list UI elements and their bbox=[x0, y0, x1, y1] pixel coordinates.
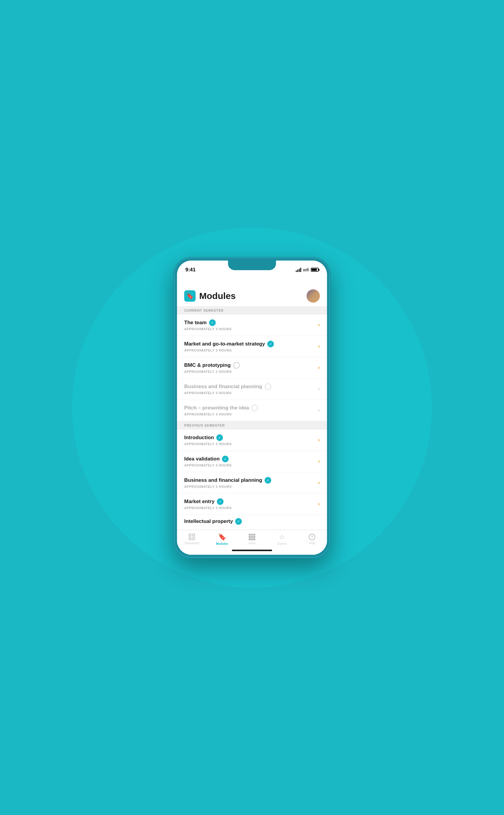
phone-inner: 9:41 wifi bbox=[177, 260, 327, 555]
chevron-right-icon: › bbox=[318, 501, 320, 507]
check-circle-icon: ✓ bbox=[222, 456, 229, 462]
module-name: BMC & prototyping bbox=[184, 362, 231, 368]
help-icon: ? bbox=[309, 534, 315, 540]
chevron-right-icon: › bbox=[318, 407, 320, 414]
news-icon bbox=[249, 534, 255, 540]
chevron-right-icon: › bbox=[318, 343, 320, 349]
bottom-nav: Dashboard 🔖 Modules bbox=[177, 530, 327, 547]
page-wrapper: 9:41 wifi bbox=[0, 0, 504, 815]
status-time: 9:41 bbox=[185, 267, 196, 273]
home-bar bbox=[232, 550, 272, 551]
nav-label-help: Help bbox=[309, 542, 315, 545]
empty-circle-icon bbox=[251, 404, 258, 411]
chevron-right-icon: › bbox=[318, 322, 320, 328]
module-name: The team bbox=[184, 320, 207, 326]
wifi-icon: wifi bbox=[303, 267, 309, 272]
module-item-pitch[interactable]: Pitch – presenting the idea APPROXIMATEL… bbox=[177, 400, 327, 421]
nav-label-events: Events bbox=[277, 542, 287, 546]
check-circle-icon: ✓ bbox=[235, 518, 242, 525]
chevron-right-icon: › bbox=[318, 480, 320, 486]
nav-item-news[interactable]: news bbox=[237, 534, 267, 545]
check-circle-icon: ✓ bbox=[216, 435, 223, 441]
module-item-idea-validation[interactable]: Idea validation ✓ APPROXIMATELY 3 HOURS … bbox=[177, 451, 327, 472]
nav-label-modules: Modules bbox=[216, 542, 228, 546]
phone-frame: 9:41 wifi bbox=[174, 257, 330, 558]
module-name: Introduction bbox=[184, 435, 214, 441]
notch-spacer bbox=[177, 275, 327, 284]
module-duration: APPROXIMATELY 3 HOURS bbox=[184, 485, 318, 489]
dashboard-icon bbox=[189, 534, 195, 540]
module-duration: APPROXIMATELY 3 HOURS bbox=[184, 464, 318, 467]
empty-circle-icon bbox=[233, 362, 240, 368]
module-name: Market entry bbox=[184, 499, 215, 505]
nav-item-modules[interactable]: 🔖 Modules bbox=[207, 533, 237, 546]
module-duration: APPROXIMATELY 3 HOURS bbox=[184, 391, 318, 395]
module-duration: APPROXIMATELY 3 HOURS bbox=[184, 506, 318, 510]
check-circle-icon: ✓ bbox=[265, 477, 271, 484]
avatar[interactable] bbox=[307, 289, 320, 302]
previous-semester-label: PREVIOUS SEMESTER bbox=[177, 421, 327, 430]
module-item-bfp-prev[interactable]: Business and financial planning ✓ APPROX… bbox=[177, 472, 327, 494]
signal-icon bbox=[296, 268, 301, 272]
module-duration: APPROXIMATELY 2 HOURS bbox=[184, 348, 318, 352]
nav-label-news: news bbox=[248, 542, 255, 545]
module-item-the-team[interactable]: The team ✓ APPROXIMATELY 3 HOURS › bbox=[177, 314, 327, 336]
module-item-bmc[interactable]: BMC & prototyping APPROXIMATELY 2 HOURS … bbox=[177, 357, 327, 378]
nav-item-dashboard[interactable]: Dashboard bbox=[177, 534, 207, 545]
chevron-right-icon: › bbox=[318, 386, 320, 392]
current-semester-label: CURRENT SEMESTER bbox=[177, 306, 327, 314]
previous-semester-list: Introduction ✓ APPROXIMATELY 3 HOURS › I… bbox=[177, 430, 327, 530]
chevron-right-icon: › bbox=[318, 364, 320, 371]
home-indicator bbox=[177, 547, 327, 555]
avatar-image bbox=[307, 289, 320, 302]
app-title: Modules bbox=[199, 291, 236, 301]
module-duration: APPROXIMATELY 2 HOURS bbox=[184, 370, 318, 373]
header-left: 🔖 Modules bbox=[184, 290, 236, 302]
module-item-introduction[interactable]: Introduction ✓ APPROXIMATELY 3 HOURS › bbox=[177, 430, 327, 451]
module-icon: 🔖 bbox=[184, 290, 196, 302]
phone-container: 9:41 wifi bbox=[174, 257, 330, 558]
nav-item-help[interactable]: ? Help bbox=[297, 534, 327, 545]
empty-circle-icon bbox=[265, 383, 271, 390]
module-item-ip[interactable]: Intellectual property ✓ bbox=[177, 515, 327, 530]
module-name: Pitch – presenting the idea bbox=[184, 405, 249, 411]
module-duration: APPROXIMATELY 3 HOURS bbox=[184, 327, 318, 331]
notch bbox=[228, 260, 276, 270]
chevron-right-icon: › bbox=[318, 437, 320, 443]
nav-item-events[interactable]: ☆ Events bbox=[267, 533, 297, 546]
module-name: Idea validation bbox=[184, 456, 220, 462]
check-circle-icon: ✓ bbox=[217, 498, 223, 505]
events-icon: ☆ bbox=[279, 533, 285, 541]
module-duration: APPROXIMATELY 3 HOURS bbox=[184, 442, 318, 446]
status-icons: wifi bbox=[296, 267, 319, 272]
module-name: Business and financial planning bbox=[184, 477, 262, 483]
module-duration: APPROXIMATELY 3 HOURS bbox=[184, 413, 318, 416]
chevron-right-icon: › bbox=[318, 458, 320, 465]
module-name: Market and go-to-market strategy bbox=[184, 341, 265, 347]
battery-icon bbox=[311, 268, 319, 272]
module-item-bfp-current[interactable]: Business and financial planning APPROXIM… bbox=[177, 378, 327, 400]
nav-label-dashboard: Dashboard bbox=[185, 542, 199, 545]
check-circle-icon: ✓ bbox=[267, 341, 274, 347]
current-semester-list: The team ✓ APPROXIMATELY 3 HOURS › Marke… bbox=[177, 314, 327, 421]
module-name: Business and financial planning bbox=[184, 383, 262, 389]
app-header: 🔖 Modules bbox=[177, 284, 327, 306]
module-name: Intellectual property bbox=[184, 519, 233, 525]
module-item-market-entry[interactable]: Market entry ✓ APPROXIMATELY 3 HOURS › bbox=[177, 494, 327, 515]
module-item-market-strategy[interactable]: Market and go-to-market strategy ✓ APPRO… bbox=[177, 336, 327, 357]
check-circle-icon: ✓ bbox=[209, 319, 216, 326]
modules-nav-icon: 🔖 bbox=[218, 533, 226, 541]
